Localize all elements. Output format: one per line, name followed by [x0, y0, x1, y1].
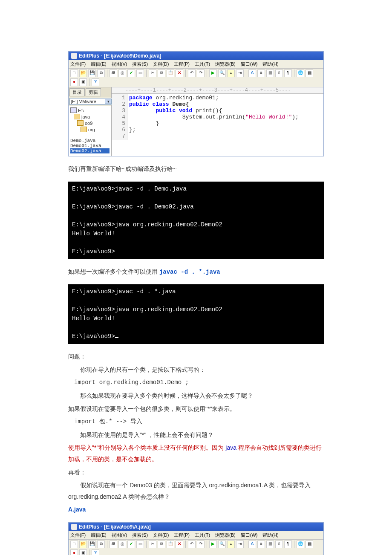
- text: 再看：: [68, 467, 324, 478]
- open-icon[interactable]: 📂: [79, 69, 87, 77]
- menu-browser[interactable]: 浏览器(B): [215, 532, 236, 538]
- title-bar: EditPlus - [E:\java\oo9\Demo.java]: [69, 52, 323, 60]
- folder-icon: [77, 120, 84, 126]
- rec-icon[interactable]: ●: [70, 549, 78, 555]
- tile-icon[interactable]: ▦: [306, 69, 313, 77]
- undo-icon[interactable]: ↶: [188, 69, 196, 77]
- copy-icon[interactable]: ⧉: [158, 541, 165, 548]
- wrap-icon[interactable]: ≡: [257, 69, 265, 77]
- editor-body: 目录 剪辑 [E:] VMware▾ E:\ java oo9 org Demo…: [69, 87, 323, 156]
- redo-icon[interactable]: ↷: [197, 541, 205, 548]
- invisible-icon[interactable]: ¶: [284, 541, 292, 548]
- find-icon[interactable]: 🔍: [218, 541, 226, 548]
- font-icon[interactable]: A: [248, 541, 256, 548]
- side-tab-clip[interactable]: 剪辑: [86, 88, 101, 96]
- browser-icon[interactable]: 🌐: [297, 69, 304, 77]
- wrap-icon[interactable]: ≡: [257, 541, 265, 548]
- menu-window[interactable]: 窗口(W): [241, 532, 258, 538]
- menu-search[interactable]: 搜索(S): [132, 532, 148, 538]
- list-item-selected[interactable]: Demo02.java: [70, 148, 110, 153]
- inline-code: javac -d . *.java: [159, 269, 220, 275]
- run-icon[interactable]: ▶: [209, 69, 217, 77]
- side-tab-dir[interactable]: 目录: [69, 88, 85, 96]
- print-icon[interactable]: 🖶: [110, 541, 117, 548]
- menu-edit[interactable]: 编辑(E): [91, 61, 107, 67]
- bookmark-icon[interactable]: ⬥: [227, 69, 235, 77]
- file-list[interactable]: Demo.java Demo01.java Demo02.java: [69, 137, 111, 156]
- code-line: import 包.* --> 导入: [68, 416, 324, 428]
- menu-view[interactable]: 视图(V): [112, 61, 127, 67]
- new-icon[interactable]: □: [70, 69, 78, 77]
- save-icon[interactable]: 💾: [88, 69, 96, 77]
- list-item[interactable]: Demo01.java: [70, 143, 110, 148]
- preview-icon[interactable]: ◎: [118, 69, 126, 77]
- delete-icon[interactable]: ✕: [176, 69, 183, 77]
- drive-select[interactable]: [E:] VMware▾: [69, 98, 113, 105]
- menu-tools[interactable]: 工具(T): [195, 61, 210, 67]
- menu-project[interactable]: 工程(P): [174, 532, 190, 538]
- chevron-down-icon: ▾: [105, 99, 112, 104]
- highlight-text: 使用导入"*"和分别导入各个类本质上没有任何的区别。因为 java 程序会自动找…: [68, 442, 324, 465]
- doc-icon[interactable]: ▭: [136, 541, 144, 548]
- play-icon[interactable]: ▣: [79, 549, 87, 555]
- preview-icon[interactable]: ◎: [118, 541, 126, 548]
- code-editor[interactable]: ----+----1----+----2----+----3----+----4…: [112, 87, 323, 156]
- menu-document[interactable]: 文档(D): [153, 532, 169, 538]
- list-item[interactable]: Demo.java: [70, 138, 110, 143]
- text: 如果想一次编译多个文件可以使用 javac -d . *.java: [68, 266, 324, 278]
- paste-icon[interactable]: 📋: [167, 541, 174, 548]
- cut-icon[interactable]: ✂: [149, 69, 156, 77]
- bookmark-icon[interactable]: ⬥: [227, 541, 235, 548]
- folder-icon: [81, 127, 87, 132]
- terminal-output-2: E:\java\oo9>javac -d . *.java E:\java\oo…: [68, 284, 324, 344]
- linenum-icon[interactable]: #: [275, 541, 283, 548]
- menu-edit[interactable]: 编辑(E): [91, 532, 107, 538]
- undo-icon[interactable]: ↶: [188, 541, 196, 548]
- save-icon[interactable]: 💾: [88, 541, 96, 548]
- saveall-icon[interactable]: ⧉: [97, 541, 105, 548]
- saveall-icon[interactable]: ⧉: [97, 69, 105, 77]
- menu-window[interactable]: 窗口(W): [241, 61, 258, 67]
- check-icon[interactable]: ✔: [127, 69, 135, 77]
- play-icon[interactable]: ▣: [79, 78, 87, 86]
- menu-file[interactable]: 文件(F): [70, 61, 86, 67]
- indent-icon[interactable]: ⇥: [236, 541, 244, 548]
- check-icon[interactable]: ✔: [127, 541, 135, 548]
- menu-browser[interactable]: 浏览器(B): [215, 61, 236, 67]
- menu-view[interactable]: 视图(V): [112, 532, 127, 538]
- redo-icon[interactable]: ↷: [197, 69, 205, 77]
- menu-project[interactable]: 工程(P): [174, 61, 190, 67]
- menu-help[interactable]: 帮助(H): [262, 61, 278, 67]
- invisible-icon[interactable]: ¶: [284, 69, 292, 77]
- doc-icon[interactable]: ▭: [136, 69, 144, 77]
- run-icon[interactable]: ▶: [209, 541, 217, 548]
- menu-document[interactable]: 文档(D): [153, 61, 169, 67]
- ruler-icon[interactable]: ▤: [266, 69, 274, 77]
- menu-tools[interactable]: 工具(T): [195, 532, 210, 538]
- menu-file[interactable]: 文件(F): [70, 532, 86, 538]
- help-icon[interactable]: ?: [92, 78, 99, 86]
- find-icon[interactable]: 🔍: [218, 69, 226, 77]
- browser-icon[interactable]: 🌐: [297, 541, 304, 548]
- font-icon[interactable]: A: [248, 69, 256, 77]
- text: 假如说现在有一个 Demo03 的类，里面需要导入 org.redking.de…: [68, 480, 324, 502]
- menu-search[interactable]: 搜索(S): [132, 61, 148, 67]
- paste-icon[interactable]: 📋: [167, 69, 174, 77]
- new-icon[interactable]: □: [70, 541, 78, 548]
- code-area[interactable]: package org.redking.demo01; public class…: [127, 94, 300, 140]
- print-icon[interactable]: 🖶: [110, 69, 117, 77]
- linenum-icon[interactable]: #: [275, 69, 283, 77]
- line-gutter: 1 2 3 4 5 6 7: [112, 94, 127, 140]
- help-icon[interactable]: ?: [92, 549, 99, 555]
- rec-icon[interactable]: ●: [70, 78, 78, 86]
- copy-icon[interactable]: ⧉: [158, 69, 165, 77]
- menu-help[interactable]: 帮助(H): [262, 532, 278, 538]
- delete-icon[interactable]: ✕: [176, 541, 183, 548]
- indent-icon[interactable]: ⇥: [236, 69, 244, 77]
- cut-icon[interactable]: ✂: [149, 541, 156, 548]
- ruler-icon[interactable]: ▤: [266, 541, 274, 548]
- tile-icon[interactable]: ▦: [306, 541, 313, 548]
- dir-tree[interactable]: E:\ java oo9 org: [69, 106, 111, 137]
- open-icon[interactable]: 📂: [79, 541, 87, 548]
- text: 我们再重新编译下哈~成功编译及执行哈~: [68, 163, 324, 175]
